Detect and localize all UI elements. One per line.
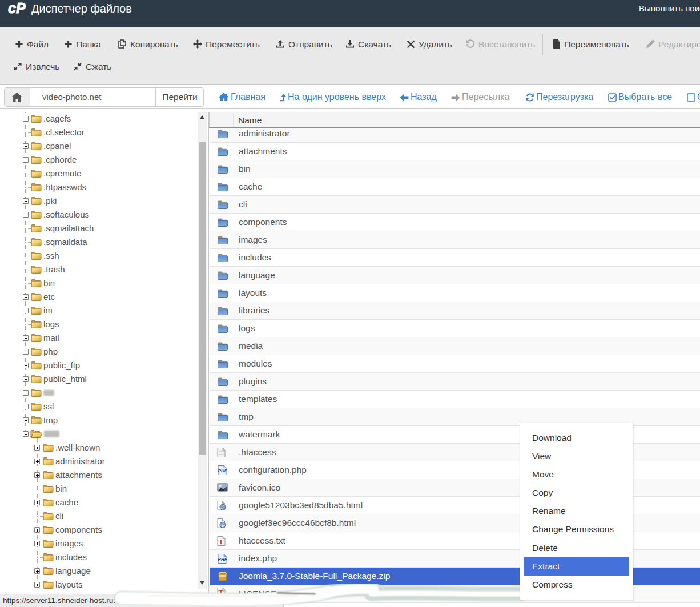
svg-text:PHP: PHP xyxy=(218,468,227,473)
svg-text:PHP: PHP xyxy=(218,557,227,562)
svg-text:cP: cP xyxy=(8,2,26,15)
svg-text:T: T xyxy=(218,537,223,546)
